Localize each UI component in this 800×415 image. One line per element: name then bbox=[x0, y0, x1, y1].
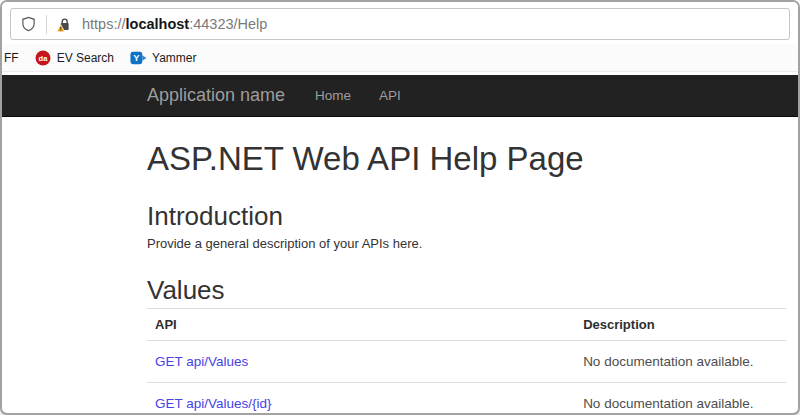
api-description: No documentation available. bbox=[575, 382, 786, 415]
url-text: https://localhost:44323/Help bbox=[82, 16, 267, 32]
introduction-description: Provide a general description of your AP… bbox=[147, 236, 786, 251]
bookmarks-bar: FF da EV Search Y Yammer bbox=[2, 44, 798, 72]
svg-text:Y: Y bbox=[133, 52, 140, 63]
bookmark-yammer-label: Yammer bbox=[152, 51, 196, 65]
address-bar[interactable]: https://localhost:44323/Help bbox=[10, 8, 790, 40]
tracking-protection-shield-icon[interactable] bbox=[20, 16, 37, 33]
lock-warning-icon[interactable] bbox=[56, 16, 73, 33]
introduction-heading: Introduction bbox=[147, 203, 786, 229]
api-table-header-row: API Description bbox=[147, 308, 786, 340]
api-link-get-values[interactable]: GET api/Values bbox=[155, 354, 248, 369]
bookmark-ev-search[interactable]: da EV Search bbox=[35, 49, 114, 66]
address-bar-row: https://localhost:44323/Help bbox=[2, 2, 798, 44]
ev-search-favicon: da bbox=[35, 49, 52, 66]
description-column-header: Description bbox=[575, 308, 786, 340]
values-heading: Values bbox=[147, 277, 786, 303]
api-table: API Description GET api/Values No docume… bbox=[147, 308, 786, 415]
table-row: GET api/Values No documentation availabl… bbox=[147, 340, 786, 382]
svg-text:da: da bbox=[39, 53, 49, 62]
navbar-brand-link[interactable]: Application name bbox=[147, 85, 285, 106]
nav-link-home[interactable]: Home bbox=[301, 88, 365, 103]
bookmark-truncated-label: FF bbox=[4, 51, 19, 65]
table-row: GET api/Values/{id} No documentation ava… bbox=[147, 382, 786, 415]
url-path: :44323/Help bbox=[189, 16, 267, 32]
nav-link-api[interactable]: API bbox=[365, 88, 415, 103]
address-bar-separator bbox=[46, 15, 47, 34]
page-content: ASP.NET Web API Help Page Introduction P… bbox=[2, 141, 798, 415]
api-column-header: API bbox=[147, 308, 575, 340]
api-link-get-values-id[interactable]: GET api/Values/{id} bbox=[155, 396, 272, 411]
bookmark-yammer[interactable]: Y Yammer bbox=[130, 49, 196, 66]
api-description: No documentation available. bbox=[575, 340, 786, 382]
yammer-favicon: Y bbox=[130, 49, 147, 66]
page-title: ASP.NET Web API Help Page bbox=[147, 141, 786, 177]
browser-window: https://localhost:44323/Help FF da EV Se… bbox=[0, 0, 800, 415]
bookmark-truncated[interactable]: FF bbox=[4, 51, 19, 65]
app-navbar: Application name Home API bbox=[2, 75, 798, 117]
url-host: localhost bbox=[126, 16, 190, 32]
bookmark-ev-search-label: EV Search bbox=[57, 51, 114, 65]
url-scheme: https:// bbox=[82, 16, 126, 32]
